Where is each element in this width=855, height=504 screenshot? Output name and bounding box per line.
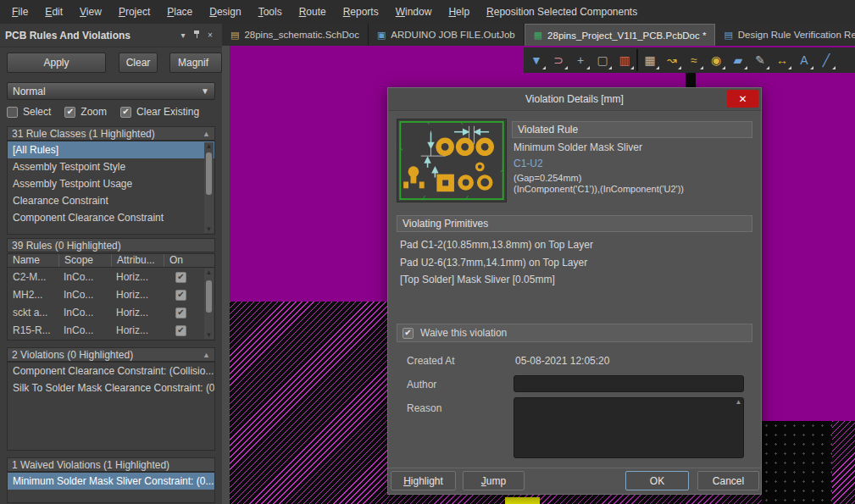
violation-item[interactable]: Component Clearance Constraint: (Collisi…: [8, 363, 214, 379]
tab-28pins-project-v1i1-pcb-pcbdoc[interactable]: ▦28pins_Project_V1I1_PCB.PcbDoc *: [525, 24, 716, 46]
rule-class-item[interactable]: Assembly Testpoint Usage: [8, 175, 214, 192]
pin-icon[interactable]: [190, 30, 203, 42]
edit-icon[interactable]: ✎: [749, 49, 771, 71]
panel-splitter[interactable]: [222, 46, 230, 504]
rule-scope-link[interactable]: C1-U2: [514, 158, 543, 169]
scrollbar[interactable]: ▲ ▼: [204, 269, 214, 339]
column-header-name[interactable]: Name: [8, 254, 58, 267]
menu-item-help[interactable]: Help: [440, 0, 478, 24]
rule-class-item[interactable]: Component Clearance Constraint: [8, 209, 214, 226]
violating-primitive[interactable]: Pad C1-2(10.85mm,13.8mm) on Top Layer: [400, 239, 593, 251]
via-icon[interactable]: ◉: [705, 49, 727, 71]
menu-item-design[interactable]: Design: [201, 0, 249, 24]
filter-icon: ▼: [530, 53, 542, 67]
waive-checkbox[interactable]: ✔: [403, 328, 414, 339]
table-row[interactable]: sckt a...InCo...Horiz...✔: [8, 303, 214, 321]
waived-violation-item[interactable]: Minimum Solder Mask Sliver Constraint: (…: [8, 473, 214, 490]
reason-scrollbar[interactable]: ▲: [734, 397, 743, 457]
menu-item-file[interactable]: File: [3, 0, 36, 24]
selection-icon[interactable]: ▢: [591, 49, 613, 71]
menu-item-place[interactable]: Place: [158, 0, 201, 24]
waived-violations-header[interactable]: 1 Waived Violations (1 Highlighted): [7, 457, 215, 472]
rule-enabled-checkbox[interactable]: ✔: [175, 290, 186, 301]
table-row[interactable]: C2-M...InCo...Horiz...✔: [8, 268, 214, 285]
checkbox-select[interactable]: Select: [7, 105, 51, 119]
magnet-icon[interactable]: ⊃: [547, 49, 569, 71]
reason-field[interactable]: [514, 397, 744, 458]
violations-header[interactable]: 2 Violations (0 Highlighted) ▲: [7, 347, 215, 362]
filter-icon[interactable]: ▼: [525, 49, 547, 71]
dimension-icon[interactable]: ↔: [771, 49, 793, 71]
jump-button[interactable]: Jump: [463, 471, 525, 490]
rules-header[interactable]: 39 Rules (0 Highlighted): [7, 238, 215, 252]
collapse-icon[interactable]: ▲: [203, 351, 210, 359]
rule-class-item[interactable]: Clearance Constraint: [8, 192, 214, 209]
menu-item-tools[interactable]: Tools: [250, 0, 291, 24]
menu-item-project[interactable]: Project: [110, 0, 158, 24]
collapse-icon[interactable]: ▲: [203, 130, 210, 138]
column-header-on[interactable]: On: [164, 254, 214, 267]
magnify-button[interactable]: Magnif: [169, 53, 222, 73]
route-icon[interactable]: ↝: [661, 49, 683, 71]
rule-class-item[interactable]: [All Rules]: [8, 141, 214, 158]
dialog-title-bar[interactable]: Violation Details [mm]: [388, 88, 761, 111]
table-row[interactable]: MH2...InCo...Horiz...✔: [8, 285, 214, 303]
scroll-up-icon[interactable]: ▲: [204, 142, 214, 150]
checkbox-clear-existing[interactable]: ✔Clear Existing: [120, 105, 199, 119]
menu-item-view[interactable]: View: [71, 0, 110, 24]
ok-button[interactable]: OK: [625, 471, 689, 490]
table-row[interactable]: R15-R...InCo...Horiz...✔: [8, 321, 214, 339]
scroll-up-icon[interactable]: ▲: [734, 398, 743, 406]
polygon-hatch-region: [230, 302, 389, 504]
checkbox-box[interactable]: [7, 107, 18, 118]
rule-classes-header[interactable]: 31 Rule Classes (1 Highlighted) ▲: [7, 126, 215, 141]
menu-item-edit[interactable]: Edit: [36, 0, 71, 24]
column-header-scope[interactable]: Scope: [58, 254, 111, 267]
column-header-attribu[interactable]: Attribu...: [111, 254, 164, 267]
checkbox-box[interactable]: ✔: [64, 107, 75, 118]
scrollbar-thumb[interactable]: [206, 152, 212, 195]
panel-dropdown-icon[interactable]: ▾: [176, 30, 190, 40]
menu-item-window[interactable]: Window: [387, 0, 441, 24]
clear-button[interactable]: Clear: [119, 53, 158, 73]
checkbox-box[interactable]: ✔: [120, 107, 131, 118]
violation-item[interactable]: Silk To Solder Mask Clearance Constraint…: [8, 379, 214, 396]
tab-design-rule-verification-report[interactable]: ▤Design Rule Verification Report: [715, 24, 855, 46]
report-doc-icon: ▤: [724, 30, 732, 41]
scrollbar-thumb[interactable]: [206, 280, 212, 313]
checkbox-zoom[interactable]: ✔Zoom: [64, 105, 107, 119]
checkbox-label: Clear Existing: [136, 106, 199, 118]
violating-primitive[interactable]: Pad U2-6(13.7mm,14.1mm) on Top Layer: [400, 257, 587, 269]
text-icon[interactable]: A: [793, 49, 815, 71]
component-icon[interactable]: ▦: [639, 49, 661, 71]
scroll-up-icon[interactable]: ▲: [204, 269, 214, 276]
tab-arduino-job-file-outjob[interactable]: ▣ARDUINO JOB FILE.OutJob: [369, 24, 525, 46]
rule-enabled-checkbox[interactable]: ✔: [175, 272, 186, 283]
polygon-icon[interactable]: ▰: [727, 49, 749, 71]
line-icon[interactable]: ╱: [815, 49, 837, 71]
tune-icon[interactable]: ≈: [683, 49, 705, 71]
author-field[interactable]: [514, 375, 744, 392]
cell-attr: Horiz...: [111, 289, 164, 301]
dialog-title: Violation Details [mm]: [525, 93, 624, 105]
crosshair-icon[interactable]: +: [569, 49, 591, 71]
violating-primitive[interactable]: [Top Solder] Mask Sliver [0.05mm]: [400, 274, 555, 285]
placement-icon[interactable]: ▥: [613, 49, 636, 71]
panel-close-icon[interactable]: ×: [203, 30, 217, 40]
cancel-button[interactable]: Cancel: [697, 471, 759, 490]
rule-enabled-checkbox[interactable]: ✔: [175, 325, 186, 336]
tab-28pins-schematic-schdoc[interactable]: ▤28pins_schematic.SchDoc: [222, 24, 369, 46]
apply-button[interactable]: Apply: [7, 53, 106, 73]
rule-class-item[interactable]: Assembly Testpoint Style: [8, 158, 214, 175]
highlight-button[interactable]: Highlight: [391, 471, 456, 490]
rule-enabled-checkbox[interactable]: ✔: [175, 307, 186, 318]
created-at-label: Created At: [407, 355, 455, 367]
scroll-down-icon[interactable]: ▼: [204, 331, 214, 339]
menu-item-reposition-selected-components[interactable]: Reposition Selected Components: [478, 0, 646, 24]
dialog-close-button[interactable]: ✕: [727, 90, 758, 108]
menu-item-route[interactable]: Route: [291, 0, 335, 24]
scroll-down-icon[interactable]: ▼: [204, 225, 214, 233]
display-mode-dropdown[interactable]: Normal ▼: [7, 82, 215, 100]
scrollbar[interactable]: ▲ ▼: [204, 142, 214, 233]
menu-item-reports[interactable]: Reports: [335, 0, 387, 24]
